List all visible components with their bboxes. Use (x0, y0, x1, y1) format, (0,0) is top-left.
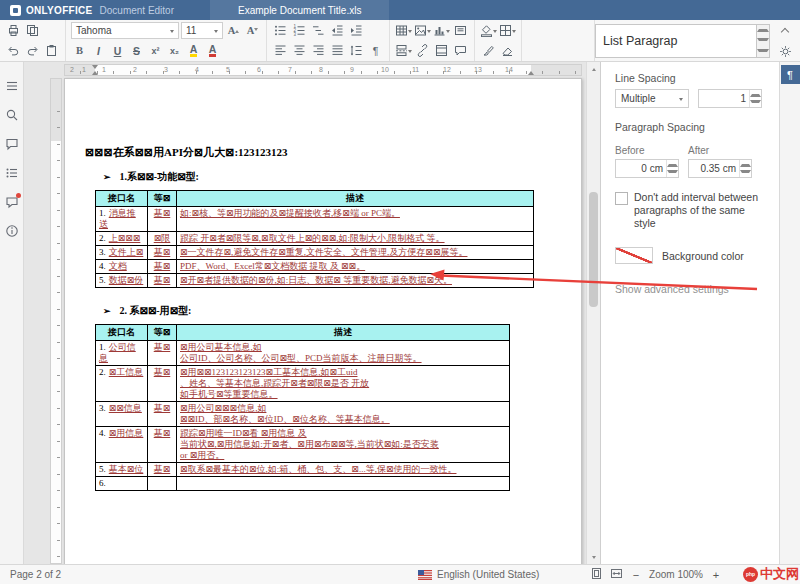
insert-hyperlink-button[interactable] (414, 42, 431, 59)
subscript-button[interactable]: x₂ (166, 42, 183, 59)
fit-width-button[interactable] (610, 567, 623, 582)
before-label: Before (615, 145, 679, 156)
bullets-button[interactable] (272, 22, 289, 39)
align-left-button[interactable] (272, 42, 289, 59)
insert-textbox-button[interactable] (452, 22, 469, 39)
spacing-after-spinner[interactable]: 0.35 cm (688, 159, 752, 178)
font-name-select[interactable]: Tahoma (71, 22, 179, 39)
about-icon[interactable] (4, 223, 20, 239)
vertical-scrollbar[interactable] (586, 62, 600, 564)
paste-button[interactable] (43, 42, 60, 59)
strikeout-button[interactable]: S (128, 42, 145, 59)
right-indent-marker[interactable] (528, 68, 534, 75)
insert-comment-button[interactable] (452, 42, 469, 59)
ruler-number: 2 (133, 66, 137, 73)
line-spacing-select[interactable]: Multiple (615, 89, 689, 108)
language-selector[interactable]: English (United States) (418, 569, 539, 580)
align-right-button[interactable] (310, 42, 327, 59)
onlyoffice-logo-icon (10, 5, 21, 16)
spinner-up-button[interactable] (667, 160, 678, 169)
borders-button[interactable] (499, 22, 516, 39)
underline-button[interactable]: U (109, 42, 126, 59)
table-cell: 基⊠ (148, 402, 177, 427)
ruler-ticks (57, 79, 60, 563)
no-interval-checkbox[interactable] (615, 192, 628, 205)
insert-image-button[interactable] (414, 22, 431, 39)
settings-gear-button[interactable] (777, 43, 794, 60)
align-center-button[interactable] (291, 42, 308, 59)
redo-button[interactable] (24, 42, 41, 59)
table-row: 3.⊠⊠信息基⊠⊠用公司⊠⊠⊠信息,如 ⊠⊠ID、部⊠名称、⊠位ID、⊠位名称、… (96, 402, 510, 427)
superscript-button[interactable]: x² (147, 42, 164, 59)
style-next-button[interactable] (757, 35, 769, 46)
justify-button[interactable] (329, 42, 346, 59)
navigation-icon[interactable] (4, 165, 20, 181)
line-spacing-value: Multiple (621, 93, 655, 104)
scroll-up-button[interactable] (587, 62, 600, 74)
fit-page-button[interactable] (590, 567, 603, 582)
table-cell: 基⊠ (148, 463, 177, 477)
collapse-toolbar-button[interactable] (777, 22, 794, 39)
bold-button[interactable]: B (71, 42, 88, 59)
style-preview[interactable]: List Paragrap (595, 24, 757, 58)
print-button[interactable] (5, 22, 22, 39)
spacing-before-spinner[interactable]: 0 cm (615, 159, 679, 178)
line-spacing-button[interactable] (348, 42, 365, 59)
style-prev-button[interactable] (757, 25, 769, 36)
shading-color-button[interactable] (480, 22, 497, 39)
ruler-number: 12 (443, 66, 451, 73)
background-color-swatch[interactable] (615, 247, 653, 264)
toolbar-right-controls (770, 20, 800, 62)
table-row: 6. (96, 477, 510, 491)
zoom-out-button[interactable]: − (630, 569, 642, 581)
spinner-up-button[interactable] (740, 160, 751, 169)
scroll-down-button[interactable] (587, 552, 600, 564)
highlight-color-button[interactable]: A (190, 44, 198, 57)
paragraph-settings-icon[interactable]: ¶ (781, 65, 800, 84)
scrollbar-thumb[interactable] (589, 192, 598, 307)
spinner-down-button[interactable] (667, 169, 678, 178)
arrow-up-icon (740, 162, 751, 167)
increase-font-button[interactable]: A (225, 22, 242, 39)
comments-icon[interactable] (4, 136, 20, 152)
menu-icon[interactable] (4, 78, 20, 94)
svg-text:3: 3 (294, 32, 297, 37)
horizontal-ruler[interactable]: 211234567891011121314 (64, 64, 582, 76)
undo-button[interactable] (5, 42, 22, 59)
style-expand-button[interactable] (757, 46, 769, 57)
font-group: Tahoma 11 A A B I U S x² x₂ A A (66, 20, 267, 61)
search-icon[interactable] (4, 107, 20, 123)
decrease-font-button[interactable]: A (244, 22, 261, 39)
decrease-indent-button[interactable] (329, 22, 346, 39)
spinner-down-button[interactable] (740, 169, 751, 178)
numbering-button[interactable]: 123 (291, 22, 308, 39)
multilevel-list-button[interactable] (310, 22, 327, 39)
left-indent-marker[interactable] (92, 68, 98, 75)
line-spacing-multiplier-spinner[interactable]: 1 (698, 89, 762, 108)
document-page[interactable]: ⊠⊠⊠在系⊠⊠用API分⊠几大⊠:123123123 ➢1.系⊠⊠-功能⊠型: … (64, 78, 582, 564)
font-size-select[interactable]: 11 (181, 22, 223, 39)
advanced-settings-link[interactable]: Show advanced settings (615, 283, 765, 295)
italic-button[interactable]: I (90, 42, 107, 59)
insert-table-button[interactable] (395, 22, 412, 39)
table-cell: 跟踪 开⊠者⊠限等⊠,⊠取文件上⊠的⊠⊠,如:限制大小,限制格式 等。 (177, 232, 534, 246)
insert-chart-button[interactable] (433, 22, 450, 39)
clear-style-button[interactable] (499, 42, 516, 59)
table-row: 4.文档基⊠PDF、Word、Excel常⊠文档数据 提取 及 ⊠⊠。 (96, 260, 534, 274)
document-tab[interactable]: Example Document Title.xls (210, 0, 389, 20)
notification-badge (16, 193, 21, 198)
increase-indent-button[interactable] (348, 22, 365, 39)
spinner-down-button[interactable] (750, 99, 761, 108)
copy-button[interactable] (24, 22, 41, 39)
zoom-in-button[interactable]: + (710, 569, 722, 581)
copy-style-button[interactable] (480, 42, 497, 59)
chevron-up-icon (781, 27, 789, 35)
header-footer-button[interactable] (433, 42, 450, 59)
chat-icon[interactable] (4, 194, 20, 210)
page-break-button[interactable] (395, 42, 412, 59)
ruler-number: 4 (195, 66, 199, 73)
spinner-up-button[interactable] (750, 90, 761, 99)
vertical-ruler[interactable] (50, 78, 62, 564)
font-color-button[interactable]: A (209, 44, 217, 57)
show-paragraph-marks-button[interactable]: ¶ (367, 42, 384, 59)
